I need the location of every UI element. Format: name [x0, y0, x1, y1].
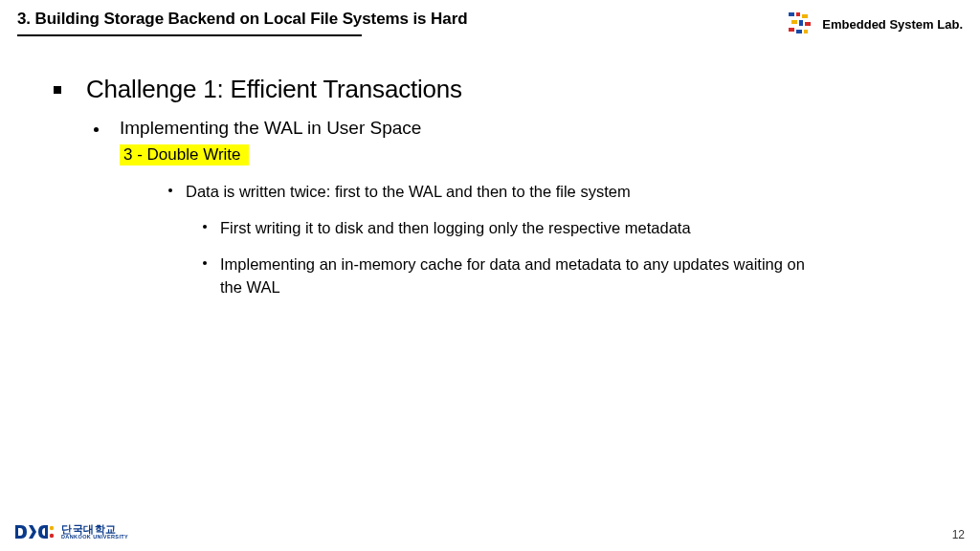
svg-rect-3	[791, 20, 797, 24]
subpoint-row: First writing it to disk and then loggin…	[203, 217, 942, 240]
svg-rect-4	[799, 20, 803, 26]
university-name-en: DANKOOK UNIVERSITY	[61, 535, 128, 540]
point-text: Data is written twice: first to the WAL …	[186, 181, 631, 204]
dot-bullet-icon	[203, 261, 207, 265]
subheading: Implementing the WAL in User Space	[120, 118, 421, 139]
point-row: Data is written twice: first to the WAL …	[168, 181, 942, 204]
subpoint-row: Implementing an in-memory cache for data…	[203, 253, 942, 299]
page-number: 12	[952, 528, 965, 541]
subpoint-text: First writing it to disk and then loggin…	[220, 217, 691, 240]
lab-block: Embedded System Lab.	[786, 10, 963, 38]
svg-rect-8	[804, 30, 808, 33]
section-underline	[17, 34, 362, 36]
svg-rect-1	[796, 12, 800, 16]
section-title: 3. Building Storage Backend on Local Fil…	[17, 10, 467, 29]
highlight-label: 3 - Double Write	[120, 144, 249, 165]
svg-point-9	[50, 526, 54, 530]
svg-rect-5	[805, 22, 811, 26]
section-title-block: 3. Building Storage Backend on Local Fil…	[17, 10, 467, 36]
challenge-title: Challenge 1: Efficient Transactions	[86, 75, 462, 104]
lab-logo-icon	[786, 10, 814, 38]
svg-rect-0	[789, 12, 794, 16]
highlight-row: 3 - Double Write	[120, 144, 942, 165]
svg-rect-2	[802, 14, 808, 18]
subheading-row: Implementing the WAL in User Space	[94, 118, 942, 139]
square-bullet-icon	[54, 86, 61, 94]
university-block: 단국대학교 DANKOOK UNIVERSITY	[13, 522, 128, 541]
lab-name: Embedded System Lab.	[822, 17, 963, 32]
dot-bullet-icon	[203, 225, 207, 229]
subpoint-text: Implementing an in-memory cache for data…	[220, 253, 813, 299]
heading-row: Challenge 1: Efficient Transactions	[54, 75, 942, 104]
svg-rect-7	[796, 30, 802, 33]
svg-rect-6	[789, 28, 794, 32]
dot-bullet-icon	[94, 127, 99, 132]
university-logo-icon	[13, 522, 56, 541]
svg-point-10	[50, 534, 54, 538]
dot-bullet-icon	[168, 188, 172, 192]
